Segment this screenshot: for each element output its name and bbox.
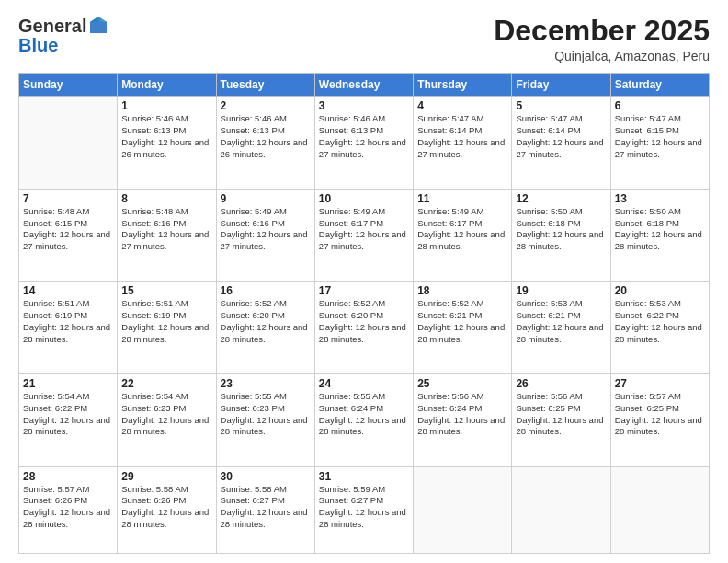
day-info: Sunrise: 5:47 AM Sunset: 6:15 PM Dayligh… [615,113,705,160]
logo-general-text: General [18,17,86,35]
table-row [512,466,610,554]
title-block: December 2025 Quinjalca, Amazonas, Peru [494,15,710,63]
table-row: 6Sunrise: 5:47 AM Sunset: 6:15 PM Daylig… [610,97,709,190]
table-row: 16Sunrise: 5:52 AM Sunset: 6:20 PM Dayli… [216,282,314,374]
svg-marker-0 [90,17,107,33]
table-row: 26Sunrise: 5:56 AM Sunset: 6:25 PM Dayli… [512,373,610,466]
day-number: 2 [221,99,311,112]
table-row: 4Sunrise: 5:47 AM Sunset: 6:14 PM Daylig… [414,97,512,190]
table-row [414,466,512,554]
day-info: Sunrise: 5:46 AM Sunset: 6:13 PM Dayligh… [221,113,311,160]
day-info: Sunrise: 5:58 AM Sunset: 6:26 PM Dayligh… [121,484,211,531]
day-number: 27 [615,377,705,390]
table-row: 14Sunrise: 5:51 AM Sunset: 6:19 PM Dayli… [19,282,118,374]
table-row: 3Sunrise: 5:46 AM Sunset: 6:13 PM Daylig… [314,97,413,190]
day-number: 14 [23,284,113,297]
day-info: Sunrise: 5:51 AM Sunset: 6:19 PM Dayligh… [121,298,211,345]
day-number: 18 [417,284,507,297]
table-row: 7Sunrise: 5:48 AM Sunset: 6:15 PM Daylig… [19,189,118,282]
day-info: Sunrise: 5:49 AM Sunset: 6:16 PM Dayligh… [221,206,311,253]
table-row [19,97,118,190]
day-number: 25 [417,377,507,390]
table-row: 25Sunrise: 5:56 AM Sunset: 6:24 PM Dayli… [414,373,512,466]
table-row: 18Sunrise: 5:52 AM Sunset: 6:21 PM Dayli… [414,282,512,374]
day-info: Sunrise: 5:49 AM Sunset: 6:17 PM Dayligh… [417,206,507,253]
month-title: December 2025 [494,15,710,47]
logo: General Blue [18,15,108,56]
day-number: 1 [121,99,211,112]
table-row: 30Sunrise: 5:58 AM Sunset: 6:27 PM Dayli… [216,466,314,554]
table-row: 12Sunrise: 5:50 AM Sunset: 6:18 PM Dayli… [512,189,610,282]
day-info: Sunrise: 5:55 AM Sunset: 6:24 PM Dayligh… [319,391,409,438]
day-number: 29 [121,470,211,483]
table-row: 9Sunrise: 5:49 AM Sunset: 6:16 PM Daylig… [216,189,314,282]
calendar-week-row: 21Sunrise: 5:54 AM Sunset: 6:22 PM Dayli… [19,373,710,466]
table-row: 29Sunrise: 5:58 AM Sunset: 6:26 PM Dayli… [118,466,216,554]
table-row: 13Sunrise: 5:50 AM Sunset: 6:18 PM Dayli… [610,189,709,282]
table-row: 23Sunrise: 5:55 AM Sunset: 6:23 PM Dayli… [216,373,314,466]
header: General Blue December 2025 Quinjalca, Am… [18,15,710,63]
table-row: 28Sunrise: 5:57 AM Sunset: 6:26 PM Dayli… [19,466,118,554]
day-info: Sunrise: 5:54 AM Sunset: 6:23 PM Dayligh… [121,391,211,438]
day-info: Sunrise: 5:56 AM Sunset: 6:24 PM Dayligh… [417,391,507,438]
day-number: 8 [121,192,211,205]
col-saturday: Saturday [610,74,709,97]
day-info: Sunrise: 5:48 AM Sunset: 6:16 PM Dayligh… [121,206,211,253]
table-row: 24Sunrise: 5:55 AM Sunset: 6:24 PM Dayli… [314,373,413,466]
day-number: 7 [23,192,113,205]
day-number: 11 [417,192,507,205]
table-row: 21Sunrise: 5:54 AM Sunset: 6:22 PM Dayli… [19,373,118,466]
col-sunday: Sunday [19,74,118,97]
day-number: 10 [319,192,409,205]
day-info: Sunrise: 5:50 AM Sunset: 6:18 PM Dayligh… [615,206,705,253]
table-row: 1Sunrise: 5:46 AM Sunset: 6:13 PM Daylig… [118,97,216,190]
table-row: 8Sunrise: 5:48 AM Sunset: 6:16 PM Daylig… [118,189,216,282]
table-row [610,466,709,554]
day-info: Sunrise: 5:53 AM Sunset: 6:21 PM Dayligh… [516,298,606,345]
table-row: 27Sunrise: 5:57 AM Sunset: 6:25 PM Dayli… [610,373,709,466]
day-info: Sunrise: 5:47 AM Sunset: 6:14 PM Dayligh… [417,113,507,160]
page: General Blue December 2025 Quinjalca, Am… [0,0,728,563]
col-wednesday: Wednesday [314,74,413,97]
day-number: 13 [615,192,705,205]
logo-blue-text: Blue [18,35,58,55]
calendar-week-row: 7Sunrise: 5:48 AM Sunset: 6:15 PM Daylig… [19,189,710,282]
calendar-table: Sunday Monday Tuesday Wednesday Thursday… [18,73,710,554]
day-info: Sunrise: 5:47 AM Sunset: 6:14 PM Dayligh… [516,113,606,160]
day-number: 15 [121,284,211,297]
day-number: 26 [516,377,606,390]
table-row: 22Sunrise: 5:54 AM Sunset: 6:23 PM Dayli… [118,373,216,466]
day-info: Sunrise: 5:49 AM Sunset: 6:17 PM Dayligh… [319,206,409,253]
calendar-week-row: 14Sunrise: 5:51 AM Sunset: 6:19 PM Dayli… [19,282,710,374]
day-info: Sunrise: 5:56 AM Sunset: 6:25 PM Dayligh… [516,391,606,438]
location-subtitle: Quinjalca, Amazonas, Peru [494,49,710,63]
day-number: 24 [319,377,409,390]
day-number: 3 [319,99,409,112]
day-info: Sunrise: 5:51 AM Sunset: 6:19 PM Dayligh… [23,298,113,345]
table-row: 2Sunrise: 5:46 AM Sunset: 6:13 PM Daylig… [216,97,314,190]
day-info: Sunrise: 5:52 AM Sunset: 6:21 PM Dayligh… [417,298,507,345]
day-info: Sunrise: 5:46 AM Sunset: 6:13 PM Dayligh… [319,113,409,160]
day-number: 4 [417,99,507,112]
day-info: Sunrise: 5:48 AM Sunset: 6:15 PM Dayligh… [23,206,113,253]
day-number: 31 [319,470,409,483]
day-info: Sunrise: 5:55 AM Sunset: 6:23 PM Dayligh… [221,391,311,438]
col-thursday: Thursday [414,74,512,97]
day-number: 30 [221,470,311,483]
day-info: Sunrise: 5:53 AM Sunset: 6:22 PM Dayligh… [615,298,705,345]
table-row: 15Sunrise: 5:51 AM Sunset: 6:19 PM Dayli… [118,282,216,374]
day-number: 17 [319,284,409,297]
day-number: 19 [516,284,606,297]
day-info: Sunrise: 5:57 AM Sunset: 6:25 PM Dayligh… [615,391,705,438]
table-row: 11Sunrise: 5:49 AM Sunset: 6:17 PM Dayli… [414,189,512,282]
col-monday: Monday [118,74,216,97]
table-row: 10Sunrise: 5:49 AM Sunset: 6:17 PM Dayli… [314,189,413,282]
day-number: 23 [221,377,311,390]
table-row: 31Sunrise: 5:59 AM Sunset: 6:27 PM Dayli… [314,466,413,554]
calendar-header-row: Sunday Monday Tuesday Wednesday Thursday… [19,74,710,97]
day-info: Sunrise: 5:52 AM Sunset: 6:20 PM Dayligh… [221,298,311,345]
day-number: 28 [23,470,113,483]
day-number: 22 [121,377,211,390]
day-info: Sunrise: 5:52 AM Sunset: 6:20 PM Dayligh… [319,298,409,345]
day-info: Sunrise: 5:58 AM Sunset: 6:27 PM Dayligh… [221,484,311,531]
